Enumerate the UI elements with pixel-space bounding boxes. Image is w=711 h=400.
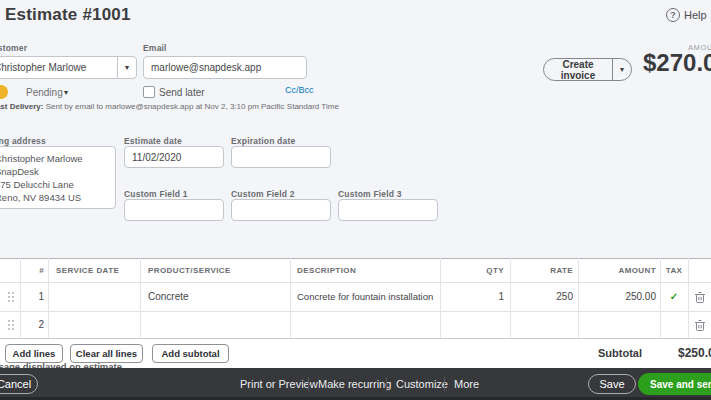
send-later-checkbox[interactable] <box>143 86 155 98</box>
description-cell[interactable]: Concrete for fountain installation <box>297 291 433 302</box>
footer-divider <box>308 377 309 391</box>
footer-divider <box>386 377 387 391</box>
footer-divider <box>444 377 445 391</box>
billing-address-label: Billing address <box>0 136 46 146</box>
create-invoice-button[interactable]: Create invoice ▾ <box>543 58 632 81</box>
more-button[interactable]: More <box>454 378 479 390</box>
help-label: Help <box>684 9 707 21</box>
row-number: 2 <box>20 319 44 330</box>
help-icon: ? <box>666 8 680 22</box>
make-recurring-button[interactable]: Make recurring <box>318 378 391 390</box>
last-delivery-text: Last Delivery: Sent by email to marlowe@… <box>0 102 339 111</box>
create-invoice-dropdown-icon[interactable]: ▾ <box>612 59 631 80</box>
status-caret-icon[interactable]: ▾ <box>64 88 68 97</box>
table-bottom-border <box>0 338 711 339</box>
col-header-service-date: SERVICE DATE <box>56 266 119 275</box>
table-header-border <box>0 282 711 283</box>
save-button[interactable]: Save <box>588 374 636 394</box>
drag-handle-icon[interactable] <box>8 292 10 294</box>
rate-cell[interactable]: 250 <box>504 291 573 302</box>
table-top-border <box>0 258 711 259</box>
customer-select[interactable]: Christopher Marlowe ▾ <box>0 56 137 79</box>
add-subtotal-button[interactable]: Add subtotal <box>152 344 229 363</box>
billing-address-field[interactable]: Christopher Marlowe SnapDesk 575 Delucch… <box>0 146 116 209</box>
estimate-date-field[interactable]: 11/02/2020 <box>124 146 224 168</box>
drag-handle-icon[interactable] <box>8 320 10 322</box>
custom-field-1-label: Custom Field 1 <box>124 189 188 199</box>
estimate-date-label: Estimate date <box>124 136 182 146</box>
cancel-button[interactable]: Cancel <box>0 374 38 394</box>
send-later-label: Send later <box>159 87 205 98</box>
last-delivery-label: Last Delivery: <box>0 102 43 111</box>
customer-label: Customer <box>0 43 27 53</box>
estimate-page: Estimate #1001 ? Help Customer Christoph… <box>0 0 711 400</box>
expiration-date-label: Expiration date <box>231 136 295 146</box>
pending-status-icon <box>0 85 8 99</box>
col-header-num: # <box>20 266 44 275</box>
email-field[interactable]: marlowe@snapdesk.app <box>143 56 307 79</box>
subtotal-label: Subtotal <box>598 347 642 359</box>
estimate-date-value: 11/02/2020 <box>125 147 223 168</box>
custom-field-2-input[interactable] <box>231 199 331 221</box>
custom-field-3-input[interactable] <box>338 199 438 221</box>
custom-field-2-label: Custom Field 2 <box>231 189 295 199</box>
print-or-preview-button[interactable]: Print or Preview <box>240 378 318 390</box>
col-header-amount: AMOUNT <box>578 266 656 275</box>
customer-value: Christopher Marlowe <box>0 57 117 78</box>
customize-button[interactable]: Customize <box>396 378 448 390</box>
page-title: Estimate #1001 <box>5 5 131 25</box>
cc-bcc-link[interactable]: Cc/Bcc <box>285 85 314 95</box>
custom-field-3-label: Custom Field 3 <box>338 189 402 199</box>
expiration-date-field[interactable] <box>231 146 331 168</box>
col-header-qty: QTY <box>440 266 504 275</box>
tax-check-icon[interactable]: ✓ <box>660 291 688 302</box>
create-invoice-label: Create invoice <box>544 59 612 81</box>
col-header-product: PRODUCT/SERVICE <box>148 266 231 275</box>
col-header-rate: RATE <box>504 266 573 275</box>
email-value: marlowe@snapdesk.app <box>144 57 306 78</box>
chevron-down-icon[interactable]: ▾ <box>117 57 136 78</box>
amount-value: $270.00 <box>643 49 711 77</box>
save-and-send-button[interactable]: Save and send <box>638 373 711 395</box>
product-cell[interactable]: Concrete <box>148 291 189 302</box>
delete-row-icon[interactable] <box>694 290 706 308</box>
qty-cell[interactable]: 1 <box>440 291 504 302</box>
custom-field-1-input[interactable] <box>124 199 224 221</box>
row-number: 1 <box>20 291 44 302</box>
email-label: Email <box>143 43 167 53</box>
status-badge[interactable]: Pending <box>26 87 63 98</box>
table-row-border <box>0 311 711 312</box>
col-header-description: DESCRIPTION <box>297 266 356 275</box>
amount-cell[interactable]: 250.00 <box>578 291 656 302</box>
subtotal-value: $250.00 <box>678 346 711 360</box>
col-header-tax: TAX <box>660 266 688 275</box>
delete-row-icon[interactable] <box>694 318 706 336</box>
help-button[interactable]: ? Help <box>666 8 707 22</box>
